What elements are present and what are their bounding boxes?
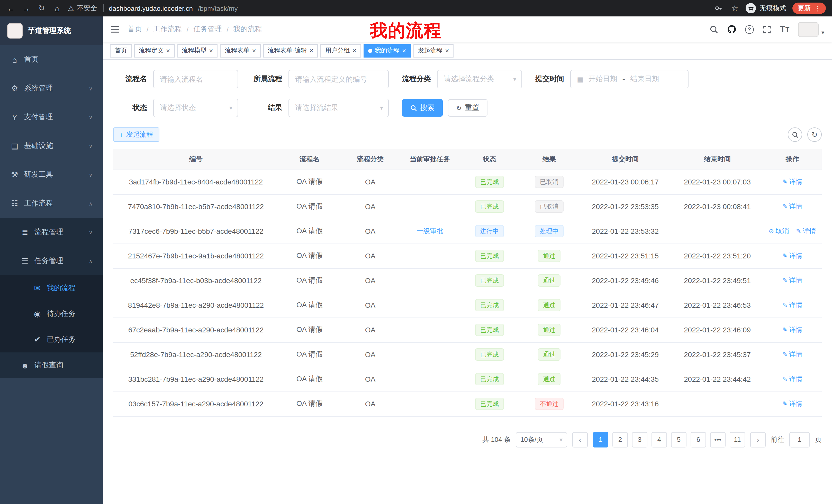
submit-time-range-picker[interactable]: ▦ 开始日期 - 结束日期: [570, 70, 688, 88]
sidebar-item[interactable]: ⚙ 系统管理 ∨: [0, 74, 103, 103]
sidebar-item[interactable]: ¥ 支付管理 ∨: [0, 103, 103, 132]
status-badge: 已完成: [475, 176, 504, 188]
hamburger-icon[interactable]: [110, 25, 120, 33]
url-path: /bpm/task/my: [198, 4, 238, 12]
cancel-link[interactable]: ⊘取消: [769, 227, 789, 235]
tab[interactable]: 发起流程 ×: [413, 44, 453, 57]
page-button[interactable]: 1: [593, 432, 608, 447]
process-definition-input[interactable]: [288, 70, 389, 88]
back-icon[interactable]: ←: [6, 4, 16, 12]
task-link[interactable]: 一级审批: [417, 227, 443, 235]
detail-link[interactable]: ✎详情: [782, 276, 802, 284]
page-button[interactable]: 5: [671, 432, 686, 447]
prev-page-button[interactable]: ‹: [572, 432, 588, 447]
page-button[interactable]: 11: [730, 432, 745, 447]
tab[interactable]: 首页: [110, 44, 132, 57]
breadcrumb-item[interactable]: 我的流程: [233, 25, 262, 34]
close-icon[interactable]: ×: [402, 47, 406, 54]
detail-link[interactable]: ✎详情: [782, 326, 802, 333]
process-name-input[interactable]: [153, 70, 238, 88]
tab[interactable]: 流程表单 ×: [220, 44, 260, 57]
tab[interactable]: 我的流程 ×: [364, 44, 411, 57]
page-button[interactable]: 4: [651, 432, 667, 447]
category-select[interactable]: 请选择流程分类 ▾: [437, 70, 522, 88]
create-process-button[interactable]: + 发起流程: [113, 128, 159, 142]
cell-end-time: 2022-01-22 23:51:20: [672, 244, 763, 268]
page-button[interactable]: 2: [613, 432, 628, 447]
cell-result: 不通过: [519, 391, 579, 416]
sidebar-item-label: 我的流程: [47, 284, 76, 293]
tab[interactable]: 流程模型 ×: [177, 44, 217, 57]
detail-link[interactable]: ✎详情: [782, 400, 802, 408]
sidebar-item[interactable]: ☰ 任务管理 ∧: [0, 247, 103, 275]
close-icon[interactable]: ×: [310, 47, 313, 54]
toggle-search-button[interactable]: [788, 128, 802, 142]
page-button[interactable]: 3: [632, 432, 647, 447]
reset-button[interactable]: ↻ 重置: [448, 99, 488, 117]
close-icon[interactable]: ×: [445, 47, 449, 54]
page-size-select[interactable]: 10条/页 ▾: [516, 432, 567, 447]
detail-link[interactable]: ✎详情: [782, 202, 802, 210]
table-row: 7317cec6-7b9b-11ec-b5b7-acde48001122 OA …: [113, 219, 822, 244]
url-host: dashboard.yudao.iocoder.cn: [109, 4, 193, 12]
detail-link[interactable]: ✎详情: [782, 351, 802, 358]
detail-link[interactable]: ✎详情: [782, 301, 802, 309]
cell-result: 通过: [519, 367, 579, 391]
breadcrumb-item[interactable]: 工作流程: [153, 25, 182, 34]
sidebar-item[interactable]: ⌂ 首页: [0, 45, 103, 74]
tab[interactable]: 流程表单-编辑 ×: [263, 44, 318, 57]
sidebar-item-leave-query[interactable]: ☻ 请假查询: [0, 353, 103, 378]
navbar: 首页/ 工作流程/ 任务管理/ 我的流程 我的流程: [103, 17, 832, 42]
cell-category: OA: [340, 244, 400, 268]
close-icon[interactable]: ×: [353, 47, 356, 54]
breadcrumb-item[interactable]: 首页: [128, 25, 142, 34]
detail-link[interactable]: ✎详情: [796, 227, 816, 235]
sidebar-item[interactable]: ⚒ 研发工具 ∨: [0, 160, 103, 189]
cell-end-time: 2022-01-22 23:44:42: [672, 367, 763, 391]
sidebar-item[interactable]: ☷ 工作流程 ∧: [0, 189, 103, 218]
sidebar-item[interactable]: ✔ 已办任务: [0, 327, 103, 353]
next-page-button[interactable]: ›: [750, 432, 766, 447]
key-icon[interactable]: [715, 4, 724, 12]
close-icon[interactable]: ×: [209, 47, 213, 54]
search-button[interactable]: 搜索: [402, 99, 443, 117]
tab[interactable]: 流程定义 ×: [134, 44, 175, 57]
breadcrumb-item[interactable]: 任务管理: [193, 25, 222, 34]
address-bar[interactable]: dashboard.yudao.iocoder.cn/bpm/task/my: [103, 4, 709, 12]
detail-link[interactable]: ✎详情: [782, 375, 802, 383]
forward-icon[interactable]: →: [22, 4, 31, 12]
security-chip[interactable]: ⚠ 不安全: [68, 4, 97, 13]
update-button[interactable]: 更新 ⋮: [792, 3, 826, 14]
page-button[interactable]: 6: [691, 432, 706, 447]
sidebar-item[interactable]: ✉ 我的流程: [0, 275, 103, 301]
tab[interactable]: 用户分组 ×: [321, 44, 361, 57]
search-icon[interactable]: [710, 25, 718, 34]
status-select[interactable]: 请选择状态 ▾: [153, 99, 238, 117]
fullscreen-icon[interactable]: [762, 25, 771, 34]
menu-icon: ◉: [33, 309, 42, 318]
refresh-table-button[interactable]: ↻: [807, 128, 822, 142]
sidebar-item[interactable]: ≣ 流程管理 ∨: [0, 218, 103, 247]
close-icon[interactable]: ×: [166, 47, 170, 54]
sidebar-item[interactable]: ◉ 待办任务: [0, 301, 103, 327]
page-button[interactable]: •••: [710, 432, 726, 447]
cell-submit-time: 2022-01-22 23:44:35: [579, 367, 672, 391]
detail-link[interactable]: ✎详情: [782, 252, 802, 259]
user-menu[interactable]: ▾: [798, 22, 824, 37]
home-icon[interactable]: ⌂: [52, 4, 62, 12]
help-icon[interactable]: ?: [745, 25, 754, 34]
github-icon[interactable]: [727, 25, 736, 34]
sidebar-item[interactable]: ▤ 基础设施 ∨: [0, 132, 103, 160]
close-icon[interactable]: ×: [252, 47, 256, 54]
detail-link[interactable]: ✎详情: [782, 178, 802, 186]
chevron-icon: ∨: [89, 143, 93, 149]
bookmark-star-icon[interactable]: ☆: [730, 4, 739, 13]
edit-icon: ✎: [782, 351, 787, 358]
font-size-icon[interactable]: Tᴛ: [780, 24, 789, 34]
sidebar-item-label: 已办任务: [47, 335, 76, 344]
result-select[interactable]: 请选择流结果 ▾: [288, 99, 389, 117]
reload-icon[interactable]: ↻: [37, 4, 46, 13]
refresh-icon: ↻: [456, 104, 462, 112]
result-badge: 通过: [538, 274, 561, 287]
goto-page-input[interactable]: [789, 432, 810, 447]
